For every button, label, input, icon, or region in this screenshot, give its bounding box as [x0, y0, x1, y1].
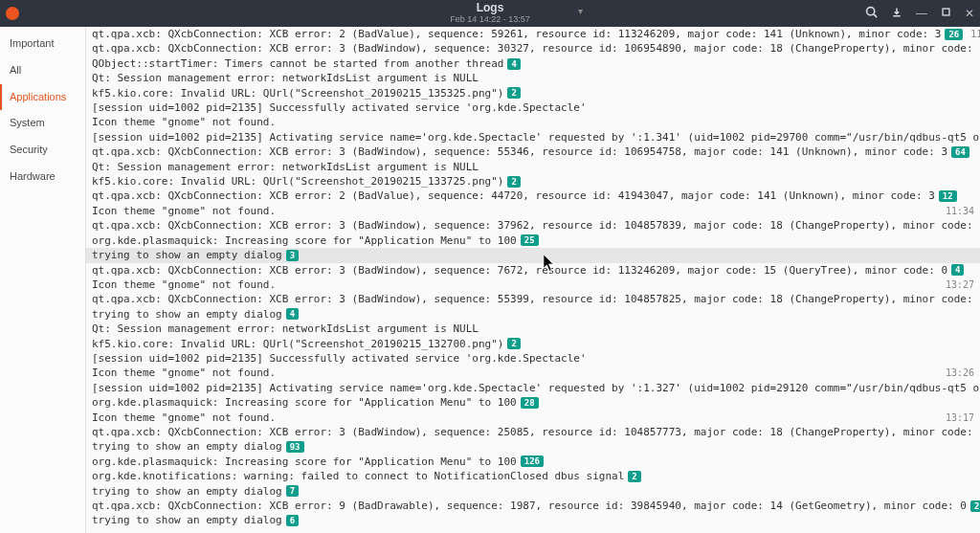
- log-message: Icon theme "gnome" not found.: [92, 278, 276, 292]
- svg-point-0: [867, 8, 875, 15]
- log-message: Qt: Session management error: networkIds…: [92, 322, 479, 336]
- log-message: [session uid=1002 pid=2135] Successfully…: [92, 100, 587, 115]
- log-line[interactable]: qt.qpa.xcb: QXcbConnection: XCB error: 3…: [86, 144, 980, 159]
- count-badge: 64: [951, 146, 969, 158]
- log-line[interactable]: qt.qpa.xcb: QXcbConnection: XCB error: 3…: [86, 41, 980, 56]
- log-line[interactable]: Qt: Session management error: networkIds…: [86, 322, 980, 336]
- log-line[interactable]: Icon theme "gnome" not found.: [86, 115, 980, 129]
- count-badge: 2: [507, 338, 520, 349]
- maximize-icon[interactable]: [941, 7, 951, 20]
- log-message: Qt: Session management error: networkIds…: [92, 160, 479, 174]
- log-line[interactable]: kf5.kio.core: Invalid URL: QUrl("Screens…: [86, 174, 980, 189]
- chevron-down-icon[interactable]: ▾: [578, 6, 583, 16]
- log-line[interactable]: trying to show an empty dialog6: [86, 513, 980, 527]
- log-line[interactable]: Icon theme "gnome" not found.11:34: [86, 204, 980, 218]
- log-line[interactable]: [session uid=1002 pid=2135] Successfully…: [86, 351, 980, 366]
- minimize-icon[interactable]: —: [916, 7, 927, 20]
- log-timestamp: 13:26: [938, 366, 974, 380]
- log-line[interactable]: kf5.kio.core: Invalid URL: QUrl("Screens…: [86, 337, 980, 351]
- sidebar-item-system[interactable]: System: [0, 110, 85, 137]
- svg-rect-2: [943, 9, 949, 15]
- log-message: org.kde.plasmaquick: Increasing score fo…: [92, 233, 517, 248]
- log-message: kf5.kio.core: Invalid URL: QUrl("Screens…: [92, 337, 503, 351]
- log-line[interactable]: qt.qpa.xcb: QXcbConnection: XCB error: 2…: [86, 27, 980, 41]
- log-line[interactable]: [session uid=1002 pid=2135] Activating s…: [86, 381, 980, 395]
- count-badge: 3: [286, 250, 299, 261]
- log-timestamp: 13:17: [938, 411, 974, 425]
- sidebar: ImportantAllApplicationsSystemSecurityHa…: [0, 27, 86, 533]
- log-line[interactable]: qt.qpa.xcb: QXcbConnection: XCB error: 3…: [86, 263, 980, 278]
- log-line[interactable]: org.kde.plasmaquick: Increasing score fo…: [86, 455, 980, 469]
- count-badge: 2: [507, 176, 520, 188]
- log-line[interactable]: trying to show an empty dialog3: [86, 248, 980, 262]
- count-badge: 26: [945, 29, 963, 40]
- count-badge: 4: [951, 264, 964, 276]
- sidebar-item-hardware[interactable]: Hardware: [0, 164, 85, 190]
- log-message: org.kde.plasmaquick: Increasing score fo…: [92, 395, 517, 410]
- close-icon[interactable]: ✕: [965, 7, 974, 20]
- log-message: kf5.kio.core: Invalid URL: QUrl("Screens…: [92, 86, 503, 100]
- sidebar-item-security[interactable]: Security: [0, 137, 85, 164]
- log-line[interactable]: Qt: Session management error: networkIds…: [86, 71, 980, 85]
- log-message: Icon theme "gnome" not found.: [92, 204, 276, 218]
- log-line[interactable]: QObject::startTimer: Timers cannot be st…: [86, 56, 980, 71]
- log-message: qt.qpa.xcb: QXcbConnection: XCB error: 2…: [92, 189, 935, 203]
- download-icon[interactable]: [891, 7, 902, 21]
- log-line[interactable]: qt.qpa.xcb: QXcbConnection: XCB error: 3…: [86, 425, 980, 439]
- count-badge: 7: [286, 485, 299, 497]
- log-message: QObject::startTimer: Timers cannot be st…: [92, 56, 503, 71]
- log-line[interactable]: [session uid=1002 pid=2135] Successfully…: [86, 100, 980, 115]
- log-line[interactable]: org.kde.plasmaquick: Increasing score fo…: [86, 233, 980, 248]
- log-message: qt.qpa.xcb: QXcbConnection: XCB error: 3…: [92, 292, 980, 306]
- log-line[interactable]: trying to show an empty dialog4: [86, 307, 980, 322]
- log-scroll[interactable]: qt.qpa.xcb: QXcbConnection: XCB error: 2…: [86, 27, 980, 533]
- log-line[interactable]: Icon theme "gnome" not found.13:27: [86, 278, 980, 292]
- log-message: Icon theme "gnome" not found.: [92, 115, 276, 129]
- log-message: Icon theme "gnome" not found.: [92, 366, 276, 380]
- count-badge: 2: [970, 500, 980, 512]
- log-message: trying to show an empty dialog: [92, 307, 282, 322]
- log-line[interactable]: Icon theme "gnome" not found.13:17: [86, 411, 980, 425]
- log-line[interactable]: qt.qpa.xcb: QXcbConnection: XCB error: 2…: [86, 189, 980, 203]
- log-message: Icon theme "gnome" not found.: [92, 411, 276, 425]
- log-timestamp: 11:57: [963, 27, 980, 41]
- log-line[interactable]: Qt: Session management error: networkIds…: [86, 160, 980, 174]
- count-badge: 93: [286, 441, 304, 453]
- log-message: qt.qpa.xcb: QXcbConnection: XCB error: 3…: [92, 218, 980, 233]
- log-line[interactable]: trying to show an empty dialog7: [86, 484, 980, 499]
- log-line[interactable]: qt.qpa.xcb: QXcbConnection: XCB error: 3…: [86, 292, 980, 306]
- log-timestamp: 11:34: [938, 204, 974, 218]
- count-badge: 2: [628, 471, 640, 482]
- sidebar-item-important[interactable]: Important: [0, 31, 85, 57]
- count-badge: 126: [521, 455, 544, 467]
- titlebar: Logs Feb 14 14:22 - 13:57 ▾ — ✕: [0, 0, 980, 27]
- log-line[interactable]: org.kde.knotifications: warning: failed …: [86, 469, 980, 483]
- log-message: trying to show an empty dialog: [92, 484, 282, 499]
- svg-line-1: [874, 14, 877, 17]
- log-line[interactable]: org.kde.plasmaquick: Increasing score fo…: [86, 395, 980, 410]
- count-badge: 6: [286, 515, 299, 526]
- titlebar-right: — ✕: [865, 6, 974, 21]
- count-badge: 25: [521, 234, 539, 246]
- sidebar-item-all[interactable]: All: [0, 57, 85, 84]
- log-timestamp: 13:27: [938, 278, 974, 292]
- log-message: kf5.kio.core: Invalid URL: QUrl("Screens…: [92, 174, 503, 189]
- log-line[interactable]: Icon theme "gnome" not found.13:26: [86, 366, 980, 380]
- log-message: Qt: Session management error: networkIds…: [92, 71, 479, 85]
- log-line[interactable]: qt.qpa.xcb: QXcbConnection: XCB error: 9…: [86, 499, 980, 513]
- app-icon: [6, 7, 19, 20]
- count-badge: 28: [521, 397, 539, 409]
- log-message: trying to show an empty dialog: [92, 439, 282, 454]
- log-line[interactable]: qt.qpa.xcb: QXcbConnection: XCB error: 3…: [86, 218, 980, 233]
- log-message: org.kde.knotifications: warning: failed …: [92, 469, 624, 483]
- log-message: qt.qpa.xcb: QXcbConnection: XCB error: 3…: [92, 41, 980, 56]
- log-message: [session uid=1002 pid=2135] Successfully…: [92, 351, 587, 366]
- log-line[interactable]: trying to show an empty dialog93: [86, 439, 980, 454]
- window-subtitle: Feb 14 14:22 - 13:57: [450, 15, 530, 25]
- search-icon[interactable]: [865, 6, 878, 21]
- sidebar-item-applications[interactable]: Applications: [0, 84, 85, 111]
- log-message: trying to show an empty dialog: [92, 248, 282, 262]
- log-line[interactable]: kf5.kio.core: Invalid URL: QUrl("Screens…: [86, 86, 980, 100]
- log-message: [session uid=1002 pid=2135] Activating s…: [92, 381, 980, 395]
- log-line[interactable]: [session uid=1002 pid=2135] Activating s…: [86, 130, 980, 144]
